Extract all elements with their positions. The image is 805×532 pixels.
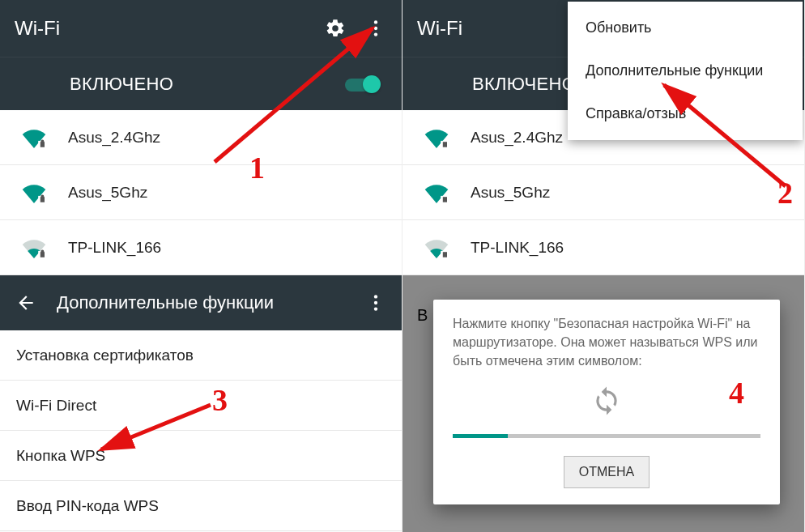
options-list: Установка сертификатов Wi-Fi Direct Кноп… xyxy=(0,330,402,531)
back-arrow-icon[interactable] xyxy=(15,292,37,314)
gear-icon[interactable] xyxy=(324,17,347,40)
menu-item-refresh[interactable]: Обновить xyxy=(568,6,803,49)
svg-point-10 xyxy=(374,301,377,304)
wifi-signal-icon xyxy=(424,237,449,258)
wps-dialog: Нажмите кнопку "Безопасная настройка Wi-… xyxy=(433,300,780,504)
wifi-enabled-bar: ВКЛЮЧЕНО xyxy=(0,57,402,110)
network-name: TP-LINK_166 xyxy=(471,239,564,257)
wifi-signal-icon xyxy=(21,237,47,258)
panel-wps-dialog: В Нажмите кнопку "Безопасная настройка W… xyxy=(402,275,805,532)
panel-wifi-main: Wi-Fi ВКЛЮЧЕНО Asus_2.4Ghz xyxy=(0,0,402,275)
network-row[interactable]: Asus_5Ghz xyxy=(402,165,804,220)
page-title: Wi-Fi xyxy=(15,17,60,40)
network-name: Asus_5Ghz xyxy=(471,184,550,202)
wifi-signal-icon xyxy=(21,182,47,203)
menu-item-advanced[interactable]: Дополнительные функции xyxy=(568,49,803,92)
app-bar: Wi-Fi xyxy=(0,0,402,57)
panel-advanced: Дополнительные функции Установка сертифи… xyxy=(0,275,402,532)
more-vert-icon[interactable] xyxy=(364,292,387,314)
dialog-message: Нажмите кнопку "Безопасная настройка Wi-… xyxy=(453,314,760,371)
network-row[interactable]: TP-LINK_166 xyxy=(0,220,402,275)
svg-point-11 xyxy=(374,307,377,310)
network-row[interactable]: Asus_5Ghz xyxy=(0,165,402,220)
wifi-toggle[interactable] xyxy=(345,74,381,95)
wifi-signal-icon xyxy=(424,127,449,148)
enabled-label: ВКЛЮЧЕНО xyxy=(472,74,576,95)
svg-point-9 xyxy=(374,295,377,298)
wifi-signal-icon xyxy=(424,182,449,203)
wifi-signal-icon xyxy=(21,127,47,148)
network-name: TP-LINK_166 xyxy=(68,239,161,257)
background-letter: В xyxy=(417,306,428,325)
svg-point-1 xyxy=(374,27,377,30)
progress-bar xyxy=(453,434,760,438)
network-name: Asus_2.4Ghz xyxy=(68,129,160,147)
option-install-certs[interactable]: Установка сертификатов xyxy=(0,330,402,381)
network-row[interactable]: TP-LINK_166 xyxy=(402,220,804,275)
option-wps-button[interactable]: Кнопка WPS xyxy=(0,431,402,481)
network-name: Asus_5Ghz xyxy=(68,184,147,202)
menu-item-help[interactable]: Справка/отзыв xyxy=(568,92,803,135)
option-wps-pin[interactable]: Ввод PIN-кода WPS xyxy=(0,481,402,531)
cancel-button[interactable]: ОТМЕНА xyxy=(564,456,650,488)
enabled-label: ВКЛЮЧЕНО xyxy=(70,74,173,95)
page-title: Wi-Fi xyxy=(417,17,462,40)
wps-refresh-icon xyxy=(453,385,760,416)
svg-point-0 xyxy=(374,20,377,23)
svg-point-2 xyxy=(374,32,377,36)
option-wifi-direct[interactable]: Wi-Fi Direct xyxy=(0,381,402,431)
network-row[interactable]: Asus_2.4Ghz xyxy=(0,110,402,165)
overflow-menu: Обновить Дополнительные функции Справка/… xyxy=(568,2,803,140)
panel-wifi-menu: Wi-Fi ВКЛЮЧЕНО Asus_2.4Ghz Asus_5Ghz xyxy=(402,0,805,275)
network-name: Asus_2.4Ghz xyxy=(471,129,563,147)
page-title: Дополнительные функции xyxy=(57,292,274,313)
network-list: Asus_2.4Ghz Asus_5Ghz TP-LINK_166 xyxy=(0,110,402,275)
more-vert-icon[interactable] xyxy=(364,17,387,40)
app-bar: Дополнительные функции xyxy=(0,275,402,330)
